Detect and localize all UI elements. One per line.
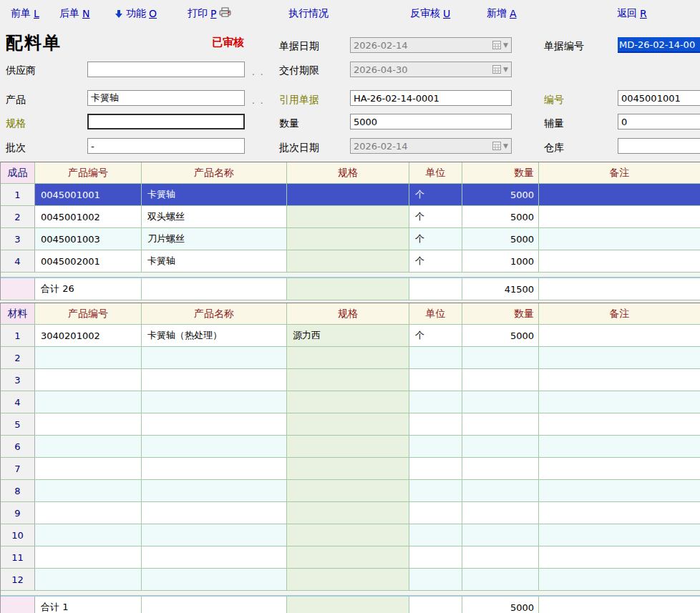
cell-spec[interactable]: [287, 480, 409, 501]
cell-qty[interactable]: [462, 458, 539, 479]
cell-note[interactable]: [539, 325, 700, 346]
cell-code[interactable]: 3040201002: [35, 325, 142, 346]
functions-menu-button[interactable]: 功能O: [115, 7, 157, 20]
cell-qty[interactable]: 5000: [462, 325, 539, 346]
cell-code[interactable]: 0045001001: [35, 184, 142, 205]
column-header-unit[interactable]: 单位: [409, 303, 462, 324]
column-header-note[interactable]: 备注: [539, 303, 700, 324]
cell-qty[interactable]: 5000: [462, 184, 539, 205]
cell-spec[interactable]: [287, 413, 409, 435]
cell-note[interactable]: [539, 391, 700, 413]
row-number[interactable]: 7: [1, 458, 35, 479]
cell-qty[interactable]: 5000: [462, 206, 539, 227]
cell-spec[interactable]: [287, 347, 409, 368]
cell-qty[interactable]: [462, 524, 539, 546]
cell-spec[interactable]: [287, 524, 409, 546]
cell-spec[interactable]: [287, 458, 409, 479]
next-doc-button[interactable]: 后单N: [59, 7, 89, 20]
cell-spec[interactable]: [287, 391, 409, 413]
cell-unit[interactable]: 个: [409, 228, 462, 250]
cell-spec[interactable]: [287, 228, 409, 250]
column-header-spec[interactable]: 规格: [287, 303, 409, 324]
cell-note[interactable]: [539, 480, 700, 501]
cell-unit[interactable]: 个: [409, 325, 462, 346]
code-input[interactable]: [618, 90, 700, 106]
cell-name[interactable]: 卡簧轴: [142, 250, 287, 272]
cell-qty[interactable]: 1000: [462, 250, 539, 272]
cell-spec[interactable]: 源力西: [287, 325, 409, 346]
cell-code[interactable]: [35, 391, 142, 413]
row-number[interactable]: 8: [1, 480, 35, 501]
cell-code[interactable]: 0045001002: [35, 206, 142, 227]
row-number[interactable]: 2: [1, 347, 35, 368]
cell-note[interactable]: [539, 524, 700, 546]
ref-doc-input[interactable]: [350, 90, 512, 106]
cell-code[interactable]: [35, 524, 142, 546]
cell-note[interactable]: [539, 569, 700, 590]
cell-qty[interactable]: [462, 480, 539, 501]
cell-code[interactable]: [35, 480, 142, 501]
cell-qty[interactable]: [462, 569, 539, 590]
cell-name[interactable]: 双头螺丝: [142, 206, 287, 227]
cell-unit[interactable]: [409, 391, 462, 413]
cell-unit[interactable]: [409, 369, 462, 391]
cell-unit[interactable]: [409, 546, 462, 568]
cell-unit[interactable]: [409, 413, 462, 435]
cell-note[interactable]: [539, 436, 700, 457]
printer-icon-button[interactable]: [219, 7, 231, 17]
cell-note[interactable]: [539, 458, 700, 479]
row-number[interactable]: 3: [1, 369, 35, 391]
table-row[interactable]: 30045001003刀片螺丝个5000: [1, 228, 700, 250]
cell-qty[interactable]: 5000: [462, 228, 539, 250]
cell-spec[interactable]: [287, 206, 409, 227]
table-row[interactable]: 12: [1, 569, 700, 591]
doc-date-field[interactable]: 2026-02-14 ▼: [350, 37, 512, 53]
cell-qty[interactable]: [462, 391, 539, 413]
cell-unit[interactable]: [409, 524, 462, 546]
supplier-input[interactable]: [87, 62, 245, 77]
cell-code[interactable]: 0045002001: [35, 250, 142, 272]
table-row[interactable]: 40045002001卡簧轴个1000: [1, 250, 700, 273]
add-new-button[interactable]: 新增A: [487, 7, 517, 20]
row-number[interactable]: 5: [1, 413, 35, 435]
table-row[interactable]: 8: [1, 480, 700, 502]
cell-note[interactable]: [539, 228, 700, 250]
cell-name[interactable]: [142, 458, 287, 479]
cell-name[interactable]: [142, 480, 287, 501]
cell-name[interactable]: [142, 413, 287, 435]
column-header-code[interactable]: 产品编号: [35, 303, 142, 324]
cell-unit[interactable]: 个: [409, 250, 462, 272]
table-row[interactable]: 6: [1, 436, 700, 458]
column-header-note[interactable]: 备注: [539, 162, 700, 183]
column-header-name[interactable]: 产品名称: [142, 303, 287, 324]
cell-name[interactable]: 刀片螺丝: [142, 228, 287, 250]
cell-name[interactable]: [142, 546, 287, 568]
cell-code[interactable]: [35, 369, 142, 391]
cell-code[interactable]: 0045001003: [35, 228, 142, 250]
cell-unit[interactable]: 个: [409, 206, 462, 227]
cell-qty[interactable]: [462, 347, 539, 368]
table-row[interactable]: 9: [1, 502, 700, 524]
column-header-name[interactable]: 产品名称: [142, 162, 287, 183]
cell-qty[interactable]: [462, 369, 539, 391]
row-number[interactable]: 2: [1, 206, 35, 227]
supplier-browse-dots[interactable]: . .: [252, 67, 264, 77]
cell-name[interactable]: [142, 436, 287, 457]
cell-name[interactable]: 卡簧轴: [142, 184, 287, 205]
column-header-unit[interactable]: 单位: [409, 162, 462, 183]
cell-name[interactable]: [142, 391, 287, 413]
table-row[interactable]: 11: [1, 546, 700, 569]
cell-qty[interactable]: [462, 546, 539, 568]
table-row[interactable]: 10045001001卡簧轴个5000: [1, 184, 700, 206]
back-button[interactable]: 返回R: [617, 7, 647, 20]
cell-spec[interactable]: [287, 184, 409, 205]
cell-name[interactable]: [142, 502, 287, 524]
table-row[interactable]: 13040201002卡簧轴（热处理）源力西个5000: [1, 325, 700, 347]
row-number[interactable]: 4: [1, 250, 35, 272]
cell-note[interactable]: [539, 250, 700, 272]
cell-code[interactable]: [35, 546, 142, 568]
execution-status-button[interactable]: 执行情况: [288, 7, 329, 20]
cell-code[interactable]: [35, 347, 142, 368]
spec-input[interactable]: [87, 114, 245, 129]
cell-note[interactable]: [539, 184, 700, 205]
